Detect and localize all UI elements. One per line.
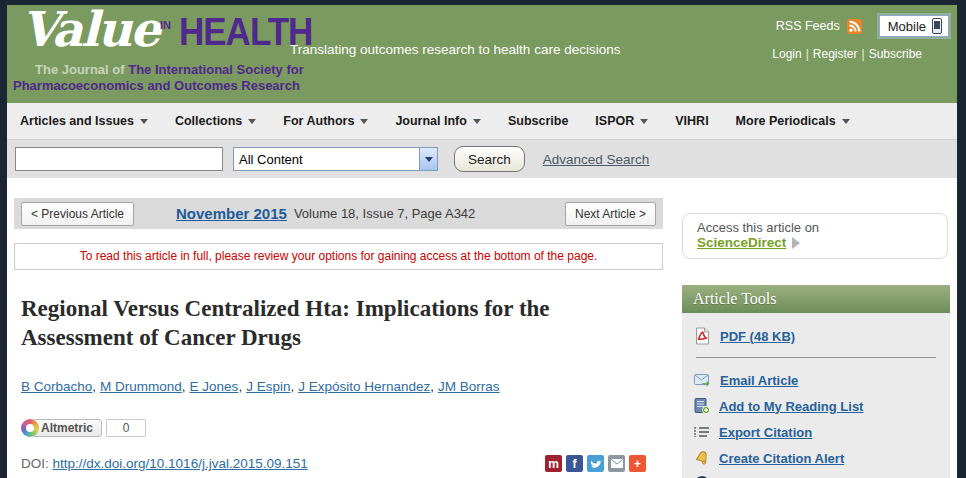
chevron-down-icon [473,119,481,124]
altmetric-donut-icon [21,419,39,437]
issue-info-text: Volume 18, Issue 7, Page A342 [294,206,475,221]
mobile-button[interactable]: Mobile [879,15,949,37]
phone-icon [932,18,942,34]
nav-for-authors[interactable]: For Authors [283,114,368,128]
author-link[interactable]: B Corbacho [21,379,92,394]
facebook-icon[interactable]: f [566,455,583,472]
tool-pdf[interactable]: PDF (48 KB) [694,322,938,350]
auth-separator: | [862,47,865,61]
journal-subtitle-line1: The Journal of The International Society… [35,62,304,77]
altmetric-label: Altmetric [32,419,102,437]
chevron-down-icon [640,119,648,124]
issue-reference: November 2015 Volume 18, Issue 7, Page A… [176,198,475,229]
share-more-icon[interactable]: + [629,455,646,472]
mendeley-icon[interactable]: m [545,455,562,472]
sciencedirect-link[interactable]: ScienceDirect [697,235,786,250]
journal-tagline: Translating outcomes research to health … [290,42,620,57]
journal-subtitle-line2: Pharmacoeconomics and Outcomes Research [13,78,300,93]
rss-feeds-link[interactable]: RSS Feeds [776,19,840,33]
author-separator: , [182,379,186,394]
previous-article-button[interactable]: < Previous Article [21,202,134,226]
rss-icon[interactable] [847,19,862,34]
author-link[interactable]: M Drummond [100,379,182,394]
article-tools-title: Article Tools [682,285,950,313]
author-link[interactable]: J Expósito Hernandez [298,379,430,394]
next-article-button[interactable]: Next Article > [565,202,656,226]
reading-list-icon[interactable] [694,398,710,414]
advanced-search-link[interactable]: Advanced Search [543,152,650,167]
nav-journal-info[interactable]: Journal Info [395,114,481,128]
author-separator: , [238,379,242,394]
page-container: Value IN HEALTH The Journal of The Inter… [7,5,957,478]
doi-link[interactable]: http://dx.doi.org/10.1016/j.jval.2015.09… [53,456,308,471]
arrow-right-icon [792,237,800,249]
main-navbar: Articles and Issues Collections For Auth… [7,103,957,140]
journal-logo-in: IN [160,19,171,31]
journal-logo[interactable]: Value [21,1,159,57]
search-button[interactable]: Search [454,146,525,172]
nav-ispor[interactable]: ISPOR [595,114,648,128]
tool-add-reading-list[interactable]: Add to My Reading List [694,393,938,419]
rss-mobile-row: RSS Feeds Mobile [772,15,949,37]
login-link[interactable]: Login [772,47,801,61]
article-pagination-bar: < Previous Article November 2015 Volume … [14,198,663,229]
author-list: B Corbacho,M Drummond,E Jones,J Espin,J … [21,379,500,394]
social-share-bar: m f + [545,455,646,472]
auth-links-row: Login|Register|Subscribe [772,47,922,61]
author-link[interactable]: E Jones [190,379,239,394]
subscribe-link[interactable]: Subscribe [869,47,922,61]
masthead: Value IN HEALTH The Journal of The Inter… [7,5,957,103]
tool-export-citation[interactable]: Export Citation [694,419,938,445]
altmetric-score: 0 [106,419,146,437]
article-title: Regional Versus Centralized Hta: Implica… [21,294,633,352]
search-scope-value: All Content [234,152,303,167]
altmetric-badge[interactable]: Altmetric 0 [21,418,146,437]
nav-vihri[interactable]: VIHRI [675,114,708,128]
tool-citation-alert[interactable]: Create Citation Alert [694,445,938,471]
chevron-down-icon [360,119,368,124]
sciencedirect-access-box[interactable]: Access this article on ScienceDirect [682,213,948,259]
bell-icon[interactable] [694,450,710,466]
divider [696,357,936,358]
email-share-icon[interactable] [608,455,625,472]
chevron-down-icon [248,119,256,124]
select-dropdown-arrow-icon[interactable] [419,148,437,170]
article-tools-list: PDF (48 KB) Email Article Add to My Read… [682,313,950,478]
article-tools-panel: Article Tools PDF (48 KB) Email Article [682,285,950,478]
email-article-icon[interactable] [694,374,711,387]
search-scope-select[interactable]: All Content [233,147,438,171]
mobile-button-label: Mobile [888,19,926,34]
register-link[interactable]: Register [813,47,858,61]
doi-row: DOI: http://dx.doi.org/10.1016/j.jval.20… [21,456,308,471]
author-separator: , [92,379,96,394]
tool-email-article[interactable]: Email Article [694,367,938,393]
header-top-right: RSS Feeds Mobile Login|Register|Subscrib… [772,15,949,61]
export-citation-icon[interactable] [694,425,710,439]
nav-articles-and-issues[interactable]: Articles and Issues [20,114,148,128]
issue-date-link[interactable]: November 2015 [176,205,287,222]
twitter-icon[interactable] [587,455,604,472]
chevron-down-icon [842,119,850,124]
chevron-down-icon [140,119,148,124]
pdf-icon[interactable] [694,327,711,345]
nav-collections[interactable]: Collections [175,114,256,128]
access-notice: To read this article in full, please rev… [14,243,663,270]
author-link[interactable]: JM Borras [438,379,500,394]
nav-more-periodicals[interactable]: More Periodicals [736,114,850,128]
doi-label: DOI: [21,456,49,471]
nav-subscribe[interactable]: Subscribe [508,114,568,128]
search-input[interactable] [15,147,223,171]
author-link[interactable]: J Espin [246,379,290,394]
tool-cited-by-scopus[interactable]: Cited by in Scopus (0) [694,471,938,478]
sciencedirect-prefix: Access this article on [697,220,933,235]
search-bar: All Content Search Advanced Search [7,140,957,178]
author-separator: , [430,379,434,394]
author-separator: , [290,379,294,394]
auth-separator: | [806,47,809,61]
content-area: < Previous Article November 2015 Volume … [7,178,957,478]
